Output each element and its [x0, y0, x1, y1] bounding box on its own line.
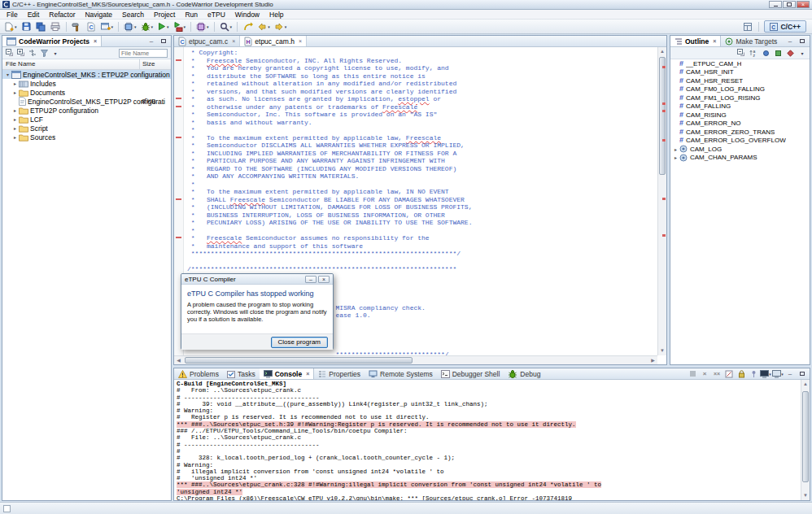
- dropdown-arrow-icon[interactable]: ▾: [230, 24, 233, 29]
- minimize-window-button[interactable]: [769, 1, 782, 8]
- outline-item[interactable]: #CAM_ERROR_NO: [670, 120, 810, 128]
- minimize-button[interactable]: –: [784, 369, 796, 379]
- expander-icon[interactable]: ▸: [11, 107, 19, 113]
- outline-item[interactable]: #CAM_RISING: [670, 111, 810, 120]
- open-perspective-button[interactable]: [742, 22, 753, 32]
- expander-icon[interactable]: ▸: [11, 134, 19, 140]
- console-vertical-scrollbar[interactable]: ▲ ▼: [801, 380, 810, 500]
- tab-codewarrior-projects[interactable]: CodeWarrior Projects ×: [2, 36, 102, 46]
- hide-fields-button[interactable]: [760, 48, 771, 58]
- tree-item[interactable]: ▾EngineControlSet_MKS : ETPU2P configura…: [2, 70, 171, 79]
- perspective-cpp-button[interactable]: C C/C++: [764, 20, 806, 33]
- view-menu-button[interactable]: ▾: [50, 48, 61, 58]
- menu-search[interactable]: Search: [117, 10, 149, 20]
- sort-button[interactable]: az: [748, 48, 759, 58]
- dialog-minimize-button[interactable]: –: [305, 276, 317, 283]
- close-view-icon[interactable]: ×: [94, 38, 97, 44]
- tab-properties[interactable]: Properties: [314, 368, 365, 379]
- maximize-button[interactable]: [797, 369, 808, 379]
- menu-navigate[interactable]: Navigate: [80, 10, 117, 20]
- filter-button[interactable]: [38, 48, 50, 58]
- column-file-name[interactable]: File Name: [2, 59, 140, 69]
- new-c-project-button[interactable]: ▾: [99, 20, 116, 33]
- expand-all-button[interactable]: [15, 48, 27, 58]
- expander-icon[interactable]: ▸: [672, 146, 679, 152]
- dropdown-arrow-icon[interactable]: ▾: [111, 24, 114, 29]
- dialog-title-bar[interactable]: eTPU C Compiler – ×: [181, 274, 333, 285]
- tree-item[interactable]: ▸LCF: [2, 115, 171, 124]
- etpu-tools-button[interactable]: ▾: [194, 20, 211, 33]
- dialog-close-button[interactable]: ×: [318, 276, 330, 283]
- external-tools-button[interactable]: ▾: [172, 20, 188, 33]
- outline-item[interactable]: #CAM_HSR_INIT: [670, 68, 810, 77]
- back-button[interactable]: ▾: [255, 20, 272, 33]
- tab-make-targets[interactable]: Make Targets: [721, 36, 781, 46]
- debug-button[interactable]: ▾: [139, 20, 155, 33]
- editor-horizontal-scrollbar[interactable]: ◀ ▶: [174, 355, 657, 364]
- menu-run[interactable]: Run: [180, 10, 203, 20]
- tree-item[interactable]: ▸Documents: [2, 88, 171, 97]
- outline-item[interactable]: ▸CAM_LOG: [670, 145, 810, 154]
- dropdown-arrow-icon[interactable]: ▾: [184, 24, 186, 29]
- editor-tab-etpuc-cam-c[interactable]: Cetpuc_cam.c×: [174, 36, 240, 46]
- tab-problems[interactable]: Problems: [174, 368, 223, 379]
- dropdown-arrow-icon[interactable]: ▾: [134, 24, 137, 29]
- scroll-left-icon[interactable]: ◀: [174, 356, 183, 364]
- console-scroll-down-icon[interactable]: ▼: [801, 491, 810, 500]
- expander-icon[interactable]: ▸: [11, 81, 19, 86]
- outline-item[interactable]: #CAM_FM0_LOG_FALLING: [670, 85, 810, 94]
- maximize-view-button[interactable]: [797, 37, 808, 46]
- menu-help[interactable]: Help: [264, 10, 288, 20]
- collapse-all-button[interactable]: [736, 48, 747, 58]
- new-button[interactable]: ▾: [2, 20, 19, 33]
- remove-launch-button[interactable]: ×: [699, 369, 710, 379]
- close-view-icon[interactable]: ×: [306, 371, 309, 377]
- display-selected-console-button[interactable]: ▾: [760, 369, 771, 379]
- new-c-file-button[interactable]: C: [85, 20, 98, 33]
- editor-scroll-thumb[interactable]: [659, 57, 666, 175]
- tab-debug[interactable]: Debug: [504, 368, 544, 379]
- menu-refactor[interactable]: Refactor: [44, 10, 80, 20]
- outline-item[interactable]: #CAM_FM1_LOG_RISING: [670, 94, 810, 102]
- maximize-view-button[interactable]: [158, 37, 169, 46]
- close-tab-icon[interactable]: ×: [299, 38, 302, 44]
- terminate-button[interactable]: [687, 369, 698, 379]
- console-output[interactable]: C-Build [EngineControlSet_MKS] # From: .…: [174, 380, 801, 500]
- tree-item[interactable]: EngineControlSet_MKS_ETPU2P configurati8…: [2, 97, 171, 106]
- clear-console-button[interactable]: [723, 369, 735, 379]
- expander-icon[interactable]: ▾: [4, 72, 11, 77]
- close-tab-icon[interactable]: ×: [232, 38, 235, 44]
- tab-remote-systems[interactable]: Remote Systems: [365, 368, 437, 379]
- menu-edit[interactable]: Edit: [23, 10, 45, 20]
- minimize-view-button[interactable]: –: [146, 37, 157, 46]
- expander-icon[interactable]: ▸: [11, 89, 19, 95]
- menu-etpu[interactable]: eTPU: [203, 10, 230, 20]
- save-button[interactable]: [20, 20, 33, 33]
- menu-file[interactable]: File: [2, 10, 23, 20]
- link-with-editor-button[interactable]: [27, 48, 38, 58]
- close-view-icon[interactable]: ×: [713, 38, 716, 44]
- outline-item[interactable]: #__ETPUC_CAM_H: [670, 59, 810, 68]
- expander-icon[interactable]: ▸: [672, 155, 679, 160]
- tab-tasks[interactable]: Tasks: [223, 368, 260, 379]
- minimize-view-button[interactable]: –: [784, 37, 796, 46]
- dropdown-arrow-icon[interactable]: ▾: [268, 24, 270, 29]
- dropdown-arrow-icon[interactable]: ▾: [151, 24, 154, 29]
- editor-vertical-scrollbar[interactable]: ▲ ▼: [657, 47, 666, 355]
- run-button[interactable]: ▾: [155, 20, 171, 33]
- expander-icon[interactable]: ▸: [11, 116, 19, 122]
- scroll-up-icon[interactable]: ▲: [658, 47, 666, 56]
- hide-static-button[interactable]: [772, 48, 784, 58]
- collapse-all-button[interactable]: [4, 48, 15, 58]
- forward-button[interactable]: ▾: [273, 20, 289, 33]
- tree-item[interactable]: ▸Sources: [2, 133, 171, 142]
- view-menu-button[interactable]: ▾: [797, 48, 808, 58]
- search-button[interactable]: ▾: [218, 20, 234, 33]
- save-all-button[interactable]: [34, 20, 48, 33]
- print-button[interactable]: [49, 20, 63, 33]
- file-name-filter-input[interactable]: [119, 49, 168, 58]
- close-program-button[interactable]: Close program: [271, 337, 328, 348]
- tree-item[interactable]: ▸ETPU2P configuration: [2, 106, 171, 115]
- dropdown-arrow-icon[interactable]: ▾: [167, 24, 169, 29]
- remove-all-launches-button[interactable]: ××: [711, 369, 723, 379]
